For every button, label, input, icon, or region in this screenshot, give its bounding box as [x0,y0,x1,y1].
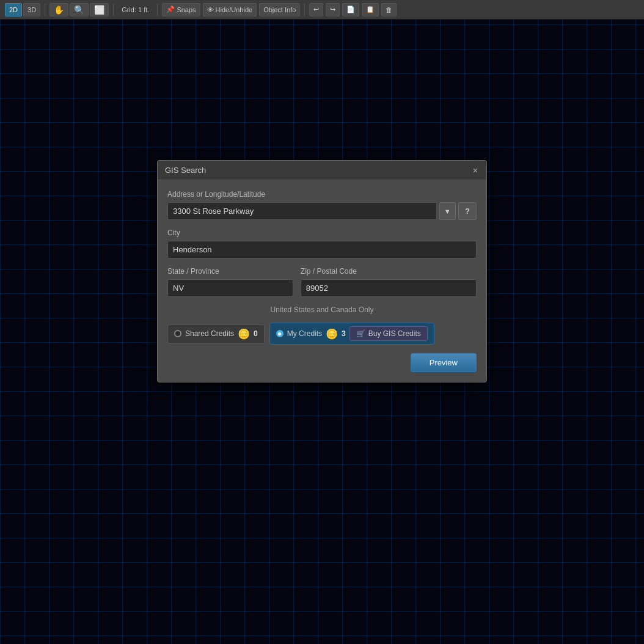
state-label: State / Province [167,267,293,276]
preview-button[interactable]: Preview [411,353,477,372]
copy-button[interactable]: 📄 [342,3,359,16]
shared-credits-radio[interactable] [174,330,181,337]
zip-col: Zip / Postal Code [301,267,477,297]
grid-label: Grid: 1 ft. [118,3,153,16]
select-icon: ⬜ [94,5,104,15]
address-help-button[interactable]: ? [458,202,477,220]
radio-inner [278,332,281,335]
dialog-body: Address or Longitude/Latitude ▼ ? City S… [158,180,486,382]
my-credits-count: 3 [342,329,346,338]
city-row: City [167,229,477,258]
undo-icon: ↩ [313,5,319,13]
object-info-label: Object Info [263,6,296,13]
shared-credits-count: 0 [254,329,258,338]
copy-icon: 📄 [346,5,355,13]
undo-button[interactable]: ↩ [309,3,323,16]
paste-icon: 📋 [366,5,375,13]
view-mode-group: 2D 3D [5,3,40,16]
snaps-button[interactable]: 📌 Snaps [162,3,200,16]
address-dropdown-button[interactable]: ▼ [439,202,456,220]
buy-gis-credits-button[interactable]: 🛒 Buy GIS Credits [349,326,428,341]
gis-search-dialog: GIS Search × Address or Longitude/Latitu… [157,160,487,382]
city-label: City [167,229,477,237]
address-label: Address or Longitude/Latitude [167,190,477,199]
state-col: State / Province [167,267,293,297]
state-zip-row: State / Province Zip / Postal Code [167,267,477,297]
my-credits-radio[interactable] [276,330,284,337]
pan-icon: ✋ [54,5,64,15]
select-tool-button[interactable]: ⬜ [90,3,109,16]
main-toolbar: 2D 3D ✋ 🔍 ⬜ Grid: 1 ft. 📌 Snaps 👁 Hide/U… [0,0,644,20]
tool-group: ✋ 🔍 ⬜ [49,3,109,16]
dialog-title: GIS Search [165,166,206,175]
separator-1 [45,4,45,16]
snaps-icon: 📌 [166,5,175,13]
zip-input[interactable] [301,279,477,297]
hide-icon: 👁 [207,6,214,13]
separator-2 [113,4,114,16]
notice-text: United States and Canada Only [167,306,477,314]
cart-icon: 🛒 [356,329,365,338]
hide-unhide-button[interactable]: 👁 Hide/Unhide [203,3,257,16]
3d-button[interactable]: 3D [23,3,40,16]
delete-button[interactable]: 🗑 [381,3,397,16]
object-info-button[interactable]: Object Info [259,3,300,16]
preview-row: Preview [167,353,477,372]
snaps-label: Snaps [177,6,196,13]
zoom-icon: 🔍 [74,5,84,15]
shared-credits-label: Shared Credits [185,329,234,338]
hide-unhide-label: Hide/Unhide [216,6,253,13]
state-input[interactable] [167,279,293,297]
address-input[interactable] [167,202,437,220]
my-coin-icon: 🪙 [326,328,338,340]
buy-gis-credits-label: Buy GIS Credits [368,329,421,338]
separator-3 [157,4,158,16]
zoom-tool-button[interactable]: 🔍 [70,3,89,16]
my-credits-label: My Credits [287,329,322,338]
paste-button[interactable]: 📋 [362,3,379,16]
delete-icon: 🗑 [386,6,392,13]
credits-section: Shared Credits 🪙 0 My Credits 🪙 3 🛒 Buy … [167,323,477,345]
separator-4 [304,4,305,16]
2d-button[interactable]: 2D [5,3,22,16]
address-row: Address or Longitude/Latitude ▼ ? [167,190,477,220]
redo-icon: ↪ [330,5,335,13]
address-input-group: ▼ ? [167,202,477,220]
zip-label: Zip / Postal Code [301,267,477,276]
shared-coin-icon: 🪙 [238,328,250,340]
pan-tool-button[interactable]: ✋ [49,3,68,16]
dialog-close-button[interactable]: × [472,166,479,175]
dialog-titlebar: GIS Search × [158,161,486,180]
my-credits-option[interactable]: My Credits 🪙 3 🛒 Buy GIS Credits [269,323,434,345]
shared-credits-option[interactable]: Shared Credits 🪙 0 [167,324,265,343]
city-input[interactable] [167,241,477,258]
redo-button[interactable]: ↪ [326,3,340,16]
